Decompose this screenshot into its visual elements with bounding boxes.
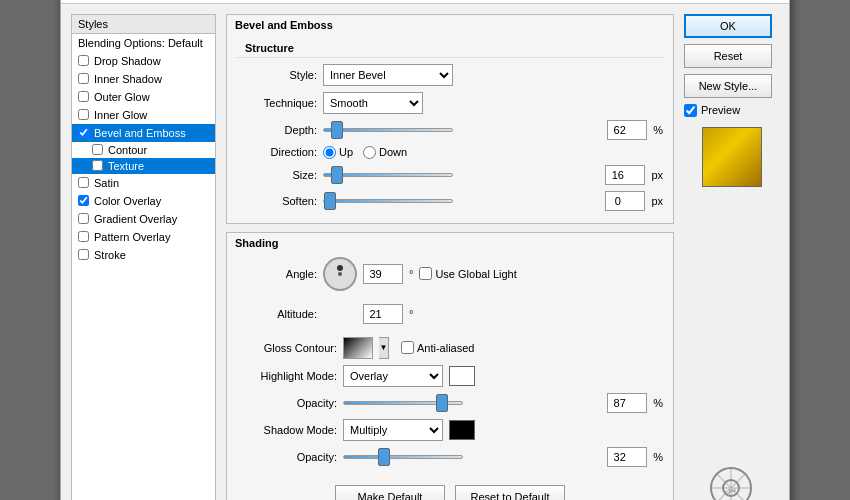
technique-row: Technique: Smooth Chisel Hard Chisel Sof…: [237, 92, 663, 114]
highlight-mode-row: Highlight Mode: Overlay Normal Multiply …: [237, 365, 663, 387]
right-panel: OK Reset New Style... Preview ش: [684, 14, 779, 501]
inner-shadow-label: Inner Shadow: [94, 73, 162, 85]
shadow-opacity-input[interactable]: [607, 447, 647, 467]
anti-aliased-checkbox[interactable]: [401, 341, 414, 354]
size-unit: px: [651, 169, 663, 181]
direction-down-label[interactable]: Down: [363, 146, 407, 159]
depth-slider[interactable]: [323, 128, 453, 132]
direction-row: Direction: Up Down: [237, 146, 663, 159]
angle-center: [338, 272, 342, 276]
anti-aliased-label[interactable]: Anti-aliased: [401, 341, 474, 354]
direction-up-radio[interactable]: [323, 146, 336, 159]
soften-input[interactable]: [605, 191, 645, 211]
angle-unit: °: [409, 268, 413, 280]
style-select[interactable]: Inner Bevel Outer Bevel Emboss Pillow Em…: [323, 64, 453, 86]
texture-label: Texture: [108, 160, 144, 172]
ok-button[interactable]: OK: [684, 14, 772, 38]
style-label: Style:: [237, 69, 317, 81]
soften-label: Soften:: [237, 195, 317, 207]
drop-shadow-checkbox[interactable]: [78, 55, 89, 66]
gloss-contour-preview[interactable]: [343, 337, 373, 359]
outer-glow-label: Outer Glow: [94, 91, 150, 103]
stroke-label: Stroke: [94, 249, 126, 261]
highlight-opacity-unit: %: [653, 397, 663, 409]
sidebar-item-bevel-emboss[interactable]: Bevel and Emboss: [72, 124, 215, 142]
texture-checkbox[interactable]: [92, 160, 103, 171]
gradient-overlay-label: Gradient Overlay: [94, 213, 177, 225]
sidebar-item-color-overlay[interactable]: Color Overlay: [72, 192, 215, 210]
use-global-light-text: Use Global Light: [435, 268, 516, 280]
direction-up-text: Up: [339, 146, 353, 158]
pattern-overlay-checkbox[interactable]: [78, 231, 89, 242]
altitude-unit: °: [409, 308, 413, 320]
soften-slider-wrap: [323, 199, 599, 203]
pattern-overlay-label: Pattern Overlay: [94, 231, 170, 243]
make-default-button[interactable]: Make Default: [335, 485, 445, 501]
size-input[interactable]: [605, 165, 645, 185]
bevel-emboss-checkbox[interactable]: [78, 127, 89, 138]
gradient-overlay-checkbox[interactable]: [78, 213, 89, 224]
new-style-button[interactable]: New Style...: [684, 74, 772, 98]
stroke-checkbox[interactable]: [78, 249, 89, 260]
reset-button[interactable]: Reset: [684, 44, 772, 68]
inner-glow-checkbox[interactable]: [78, 109, 89, 120]
sidebar-item-inner-glow[interactable]: Inner Glow: [72, 106, 215, 124]
satin-label: Satin: [94, 177, 119, 189]
highlight-mode-label: Highlight Mode:: [237, 370, 337, 382]
size-row: Size: px: [237, 165, 663, 185]
contour-label: Contour: [108, 144, 147, 156]
depth-row: Depth: %: [237, 120, 663, 140]
depth-input[interactable]: [607, 120, 647, 140]
altitude-input[interactable]: [363, 304, 403, 324]
inner-glow-label: Inner Glow: [94, 109, 147, 121]
shadow-mode-label: Shadow Mode:: [237, 424, 337, 436]
contour-dropdown-btn[interactable]: ▼: [379, 337, 389, 359]
preview-checkbox[interactable]: [684, 104, 697, 117]
sidebar-item-outer-glow[interactable]: Outer Glow: [72, 88, 215, 106]
technique-select[interactable]: Smooth Chisel Hard Chisel Soft: [323, 92, 423, 114]
sidebar-item-texture[interactable]: Texture: [72, 158, 215, 174]
sidebar-item-gradient-overlay[interactable]: Gradient Overlay: [72, 210, 215, 228]
color-overlay-label: Color Overlay: [94, 195, 161, 207]
preview-box: [702, 127, 762, 187]
inner-shadow-checkbox[interactable]: [78, 73, 89, 84]
use-global-light-checkbox[interactable]: [419, 267, 432, 280]
highlight-opacity-slider[interactable]: [343, 401, 463, 405]
sidebar: Styles Blending Options: Default Drop Sh…: [71, 14, 216, 501]
style-row: Style: Inner Bevel Outer Bevel Emboss Pi…: [237, 64, 663, 86]
soften-slider[interactable]: [323, 199, 453, 203]
sidebar-item-inner-shadow[interactable]: Inner Shadow: [72, 70, 215, 88]
highlight-color-swatch[interactable]: [449, 366, 475, 386]
satin-checkbox[interactable]: [78, 177, 89, 188]
altitude-row: Altitude: °: [237, 297, 663, 331]
drop-shadow-label: Drop Shadow: [94, 55, 161, 67]
color-overlay-checkbox[interactable]: [78, 195, 89, 206]
bevel-emboss-body: Structure Style: Inner Bevel Outer Bevel…: [227, 33, 673, 223]
sidebar-item-stroke[interactable]: Stroke: [72, 246, 215, 264]
shadow-opacity-slider-wrap: [343, 455, 601, 459]
angle-input[interactable]: [363, 264, 403, 284]
shadow-color-swatch[interactable]: [449, 420, 475, 440]
shadow-opacity-slider[interactable]: [343, 455, 463, 459]
direction-up-label[interactable]: Up: [323, 146, 353, 159]
highlight-opacity-input[interactable]: [607, 393, 647, 413]
dialog-body: Styles Blending Options: Default Drop Sh…: [61, 4, 789, 501]
direction-options: Up Down: [323, 146, 663, 159]
angle-dial[interactable]: [323, 257, 357, 291]
sidebar-item-blending[interactable]: Blending Options: Default: [72, 34, 215, 52]
sidebar-item-pattern-overlay[interactable]: Pattern Overlay: [72, 228, 215, 246]
sidebar-item-satin[interactable]: Satin: [72, 174, 215, 192]
sidebar-item-contour[interactable]: Contour: [72, 142, 215, 158]
angle-dot: [337, 265, 343, 271]
size-slider[interactable]: [323, 173, 453, 177]
highlight-mode-select[interactable]: Overlay Normal Multiply Screen: [343, 365, 443, 387]
reset-to-default-button[interactable]: Reset to Default: [455, 485, 565, 501]
direction-down-radio[interactable]: [363, 146, 376, 159]
outer-glow-checkbox[interactable]: [78, 91, 89, 102]
use-global-light-label[interactable]: Use Global Light: [419, 267, 516, 280]
main-content: Bevel and Emboss Structure Style: Inner …: [226, 14, 674, 501]
shading-panel: Shading Angle: ° Use Global Light: [226, 232, 674, 501]
contour-checkbox[interactable]: [92, 144, 103, 155]
sidebar-item-drop-shadow[interactable]: Drop Shadow: [72, 52, 215, 70]
shadow-mode-select[interactable]: Multiply Normal Screen: [343, 419, 443, 441]
